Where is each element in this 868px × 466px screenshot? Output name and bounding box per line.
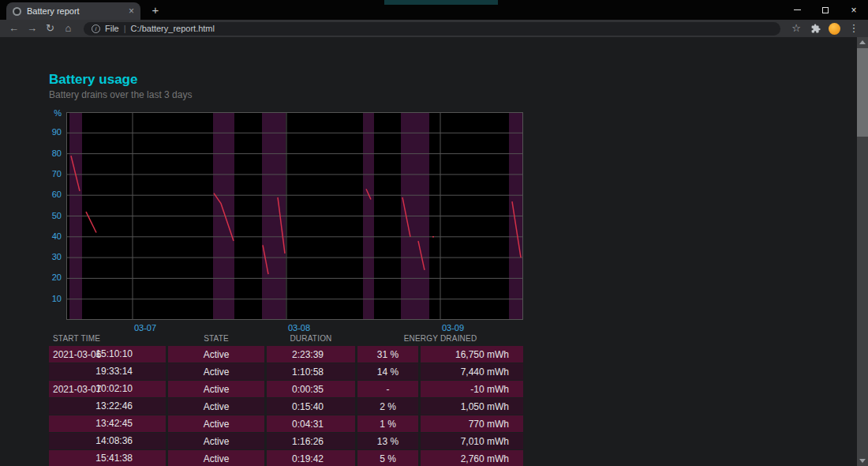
scrollbar-up-arrow[interactable] [857, 37, 868, 47]
address-bar[interactable]: i File | C:/battery_report.html [84, 22, 780, 36]
cell-time: 13:42:45 [95, 415, 133, 432]
section-title: Battery usage [49, 72, 137, 88]
table-row: 2021-03-0710:02:10Active0:00:35--10 mWh [49, 381, 523, 397]
battery-report-page: Battery usage Battery drains over the la… [0, 37, 857, 466]
cell-percent-drained: - [357, 381, 418, 397]
page-info-icon[interactable]: i [92, 24, 100, 33]
cell-duration: 0:15:40 [267, 398, 355, 415]
browser-tab-strip: Battery report × + × [0, 0, 868, 20]
cell-percent-drained: 5 % [357, 450, 418, 466]
y-axis-tick-label: 50 [52, 211, 62, 220]
col-header-start-time: START TIME [49, 332, 166, 345]
scrollbar-down-arrow[interactable] [857, 456, 868, 466]
y-axis-tick-label: 30 [52, 252, 62, 261]
y-axis-tick-label: 10 [52, 294, 62, 303]
puzzle-piece-icon [810, 24, 821, 34]
cell-percent-drained: 31 % [357, 346, 418, 363]
cell-energy-drained: 7,440 mWh [421, 363, 523, 380]
cell-time: 15:41:38 [95, 450, 133, 466]
browser-toolbar: ← → ↻ ⌂ i File | C:/battery_report.html … [0, 20, 868, 37]
cell-percent-drained: 14 % [357, 363, 418, 380]
minimize-icon [794, 9, 801, 10]
battery-usage-chart: %908070605040302010 03-0703-0803-09 [49, 112, 523, 341]
cell-start-time: 19:33:14 [49, 363, 166, 380]
cell-time: 14:08:36 [95, 433, 133, 449]
cell-start-time: 13:22:46 [49, 398, 166, 415]
table-row: 15:41:38Active0:19:425 %2,760 mWh [49, 450, 523, 466]
tab-close-icon[interactable]: × [129, 6, 134, 16]
window-controls: × [783, 0, 868, 20]
y-axis-tick-label: 40 [52, 231, 62, 241]
cell-time: 13:22:46 [95, 398, 133, 415]
cell-percent-drained: 13 % [357, 433, 418, 449]
y-axis-tick-label: 80 [52, 148, 62, 158]
battery-usage-table: START TIME STATE DURATION ENERGY DRAINED… [47, 331, 526, 466]
page-scrollbar[interactable] [857, 37, 868, 466]
window-maximize-button[interactable] [811, 0, 840, 20]
tab-favicon-icon [13, 7, 21, 16]
reload-icon[interactable]: ↻ [41, 20, 59, 37]
y-axis-unit-label: % [54, 108, 62, 118]
cell-duration: 0:04:31 [267, 415, 355, 432]
cell-energy-drained: 7,010 mWh [421, 433, 523, 449]
section-subtitle: Battery drains over the last 3 days [49, 89, 192, 100]
cell-energy-drained: 2,760 mWh [421, 450, 523, 466]
col-header-energy-drained: ENERGY DRAINED [357, 332, 523, 345]
cell-start-time: 13:42:45 [49, 415, 166, 432]
extensions-icon[interactable] [806, 24, 825, 34]
cell-time: 10:02:10 [95, 381, 133, 397]
table-row: 14:08:36Active1:16:2613 %7,010 mWh [49, 433, 523, 449]
cell-start-time: 15:41:38 [49, 450, 166, 466]
table-row: 19:33:14Active1:10:5814 %7,440 mWh [49, 363, 523, 380]
down-triangle-icon [859, 459, 866, 463]
screen-capture-indicator [384, 0, 498, 5]
cell-start-time: 2021-03-0710:02:10 [49, 381, 166, 397]
cell-state: Active [168, 363, 264, 380]
battery-table-body: 2021-03-0615:10:10Active2:23:3931 %16,75… [49, 346, 523, 466]
cell-duration: 0:00:35 [267, 381, 355, 397]
y-axis-tick-label: 60 [52, 190, 62, 199]
maximize-icon [822, 7, 829, 13]
home-icon[interactable]: ⌂ [59, 20, 77, 37]
table-header-row: START TIME STATE DURATION ENERGY DRAINED [49, 332, 523, 345]
table-row: 13:22:46Active0:15:402 %1,050 mWh [49, 398, 523, 415]
cell-date: 2021-03-06 [53, 349, 101, 360]
window-minimize-button[interactable] [783, 0, 811, 20]
cell-time: 15:10:10 [95, 346, 133, 363]
bookmark-star-icon[interactable]: ☆ [787, 20, 806, 37]
chart-plot [66, 112, 523, 320]
new-tab-button[interactable]: + [147, 2, 164, 18]
back-icon[interactable]: ← [5, 20, 23, 37]
cell-percent-drained: 1 % [357, 415, 418, 432]
up-triangle-icon [859, 40, 866, 44]
col-header-state: STATE [168, 332, 264, 345]
window-close-button[interactable]: × [840, 0, 868, 20]
cell-time: 19:33:14 [95, 363, 133, 380]
tab-title: Battery report [27, 6, 123, 16]
cell-duration: 1:10:58 [267, 363, 355, 380]
cell-state: Active [168, 433, 264, 449]
address-separator: | [124, 24, 126, 33]
cell-date: 2021-03-07 [53, 384, 101, 395]
scrollbar-thumb[interactable] [857, 48, 868, 137]
cell-state: Active [168, 415, 264, 432]
cell-duration: 1:16:26 [267, 433, 355, 449]
address-scheme: File [105, 24, 119, 33]
browser-tab-battery-report[interactable]: Battery report × [6, 2, 140, 20]
cell-start-time: 14:08:36 [49, 433, 166, 449]
profile-avatar[interactable] [829, 23, 840, 35]
table-row: 2021-03-0615:10:10Active2:23:3931 %16,75… [49, 346, 523, 363]
cell-energy-drained: -10 mWh [421, 381, 523, 397]
browser-menu-icon[interactable]: ⋮ [844, 20, 863, 37]
cell-state: Active [168, 346, 264, 363]
cell-energy-drained: 1,050 mWh [421, 398, 523, 415]
y-axis-labels: %908070605040302010 [49, 112, 62, 320]
col-header-duration: DURATION [267, 332, 355, 345]
forward-icon[interactable]: → [23, 20, 41, 37]
cell-duration: 2:23:39 [267, 346, 355, 363]
cell-duration: 0:19:42 [267, 450, 355, 466]
cell-percent-drained: 2 % [357, 398, 418, 415]
cell-start-time: 2021-03-0615:10:10 [49, 346, 166, 363]
cell-energy-drained: 770 mWh [421, 415, 523, 432]
cell-state: Active [168, 450, 264, 466]
